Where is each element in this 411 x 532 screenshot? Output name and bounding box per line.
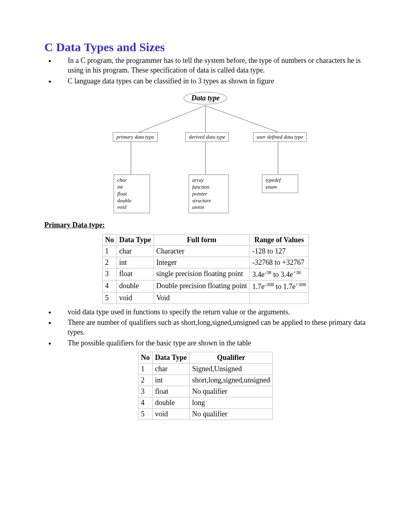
cell: 5: [102, 292, 116, 303]
cell: int: [152, 375, 189, 386]
leaf-item: double: [117, 197, 145, 204]
leaf-item: function: [192, 184, 224, 191]
cell: char: [152, 364, 189, 375]
leaf-item: union: [192, 204, 224, 211]
cell: void: [152, 409, 189, 420]
cell: long: [189, 397, 273, 409]
list-item: C language data types can be classified …: [56, 76, 367, 86]
diagram-leaf-primary: char int float double void: [114, 175, 150, 213]
page-title: C Data Types and Sizes: [44, 40, 367, 54]
diagram-leaf-derived: array function pointer structure union: [189, 175, 229, 213]
table-row: 3 float No qualifier: [138, 386, 272, 397]
cell: float: [116, 268, 154, 280]
col-type: Data Type: [152, 352, 189, 364]
primary-type-heading: Primary Data type:: [44, 221, 367, 229]
table-header-row: No Data Type Qualifier: [138, 352, 272, 364]
leaf-item: enum: [266, 184, 294, 191]
cell: -32768 to +32767: [250, 257, 309, 268]
leaf-item: structure: [192, 197, 224, 204]
diagram-leaf-userdef: typedef enum: [262, 175, 298, 193]
table-row: 3 float single precision floating point …: [102, 268, 308, 280]
table-row: 1 char Signed,Unsigned: [138, 364, 272, 375]
col-range: Range of Values: [250, 234, 309, 245]
diagram-mid-userdef: user defined data type: [253, 132, 307, 142]
cell: void: [116, 292, 154, 303]
leaf-item: pointer: [192, 191, 224, 197]
col-qual: Qualifier: [189, 352, 273, 364]
cell: int: [116, 257, 154, 268]
svg-line-0: [139, 106, 206, 132]
cell: double: [116, 280, 154, 292]
leaf-item: typedef: [266, 177, 294, 184]
table-row: 2 int Integer -32768 to +32767: [102, 257, 308, 268]
cell: 4: [102, 280, 116, 292]
cell: Integer: [154, 257, 249, 268]
table-header-row: No Data Type Full form Range of Values: [102, 234, 308, 245]
diagram-root: Data type: [184, 92, 227, 104]
cell: 2: [102, 257, 116, 268]
col-type: Data Type: [116, 234, 154, 245]
list-item: There are number of qualifiers such as s…: [56, 318, 367, 337]
cell: Double precision floating point: [154, 280, 249, 292]
cell: 4: [138, 397, 152, 409]
list-item: In a C program, the programmer has to te…: [56, 56, 367, 75]
table-row: 2 int short,long,signed,unsigned: [138, 375, 272, 386]
leaf-item: int: [117, 184, 145, 191]
cell: Character: [154, 245, 249, 257]
leaf-item: char: [117, 177, 145, 184]
table-row: 5 void No qualifier: [138, 409, 272, 420]
cell: -128 to 127: [250, 245, 309, 257]
cell: 3: [102, 268, 116, 280]
cell: No qualifier: [189, 386, 273, 397]
table-row: 1 char Character -128 to 127: [102, 245, 308, 257]
cell: 1: [138, 364, 152, 375]
cell: 3: [138, 386, 152, 397]
svg-line-2: [206, 106, 278, 132]
table-row: 4 double Double precision floating point…: [102, 280, 308, 292]
cell: No qualifier: [189, 409, 273, 420]
cell: single precision floating point: [154, 268, 249, 280]
table-row: 5 void Void: [102, 292, 308, 303]
leaf-item: float: [117, 191, 145, 197]
cell: 3.4e-38 to 3.4e+38: [250, 268, 309, 280]
cell: double: [152, 397, 189, 409]
cell: [250, 292, 309, 303]
leaf-item: array: [192, 177, 224, 184]
cell: short,long,signed,unsigned: [189, 375, 273, 386]
col-no: No: [138, 352, 152, 364]
cell: 2: [138, 375, 152, 386]
cell: float: [152, 386, 189, 397]
qualifier-table: No Data Type Qualifier 1 char Signed,Uns…: [138, 352, 273, 420]
leaf-item: void: [117, 204, 145, 211]
list-item: void data type used in functions to spec…: [56, 307, 367, 317]
cell: 1: [102, 245, 116, 257]
col-full: Full form: [154, 234, 249, 245]
cell: char: [116, 245, 154, 257]
cell: 5: [138, 409, 152, 420]
cell: Void: [154, 292, 249, 303]
col-no: No: [102, 234, 116, 245]
diagram-mid-primary: primary data type: [113, 132, 158, 142]
table-row: 4 double long: [138, 397, 272, 409]
cell: 1.7e-308 to 1.7e+308: [250, 280, 309, 292]
data-type-diagram: Data type primary data type derived data…: [93, 92, 318, 213]
list-item: The possible qualifiers for the basic ty…: [56, 338, 367, 348]
cell: Signed,Unsigned: [189, 364, 273, 375]
primary-type-table: No Data Type Full form Range of Values 1…: [102, 234, 309, 304]
mid-list: void data type used in functions to spec…: [44, 307, 367, 348]
diagram-mid-derived: derived data type: [185, 132, 229, 142]
intro-list: In a C program, the programmer has to te…: [44, 56, 367, 86]
